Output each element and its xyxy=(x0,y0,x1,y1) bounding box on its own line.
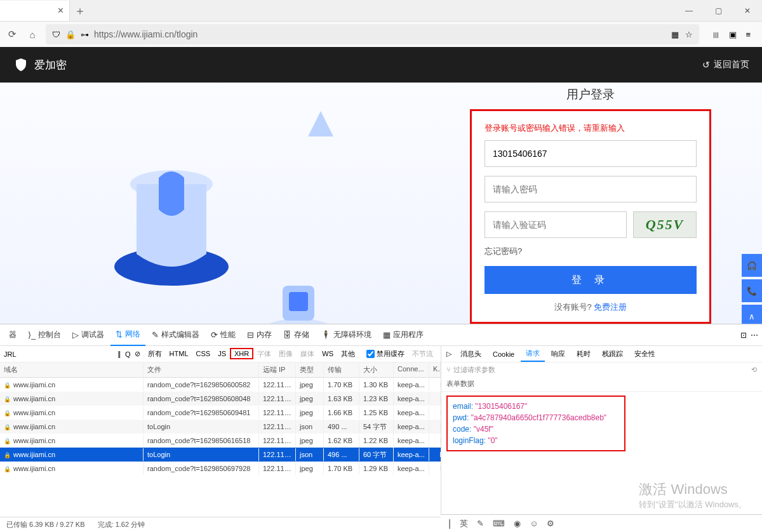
detail-tab-响应[interactable]: 响应 xyxy=(546,347,570,361)
column-header[interactable]: 大小 xyxy=(359,362,394,377)
network-request-row[interactable]: 🔒www.ijiami.cnrandom_code?t=162985061651… xyxy=(0,434,441,448)
return-home-label: 返回首页 xyxy=(714,59,749,70)
lock-icon: 🔒 xyxy=(65,30,76,39)
filter-chip-WS[interactable]: WS xyxy=(318,349,337,359)
column-header[interactable]: 传输 xyxy=(324,362,359,377)
library-icon[interactable]: ⫼ xyxy=(712,30,720,39)
detail-tab-安全性[interactable]: 安全性 xyxy=(629,347,660,361)
network-request-row[interactable]: 🔒www.ijiami.cntoLogin122.114...json490 .… xyxy=(0,420,441,434)
devtools-tab-性能[interactable]: ⟳性能 xyxy=(206,324,241,346)
password-input[interactable] xyxy=(485,176,697,203)
form-data-row: loginFlag: "0" xyxy=(453,435,619,446)
browser-tab[interactable]: ✕ xyxy=(0,1,70,21)
column-header[interactable]: 远端 IP xyxy=(259,362,296,377)
login-button[interactable]: 登 录 xyxy=(485,266,697,294)
qr-icon[interactable]: ▦ xyxy=(671,30,679,39)
column-header[interactable]: 域名 xyxy=(0,362,144,377)
param-filter-row: ⑂ 过滤请求参数 ⟲ xyxy=(441,362,762,376)
disable-cache-checkbox[interactable]: 禁用缓存 xyxy=(366,349,404,359)
filter-chip-所有[interactable]: 所有 xyxy=(144,349,166,359)
key-icon: ⊶ xyxy=(81,30,89,39)
page-content: 🎧 📞 ∧ 用户登录 登录账号或密码输入错误，请重新输入 Q55V 忘记密码? … xyxy=(0,83,762,324)
filter-chip-图像[interactable]: 图像 xyxy=(275,349,297,359)
devtools-tab-样式编辑器[interactable]: ✎样式编辑器 xyxy=(147,324,204,346)
filter-chip-字体[interactable]: 字体 xyxy=(253,349,275,359)
detail-tab-耗时[interactable]: 耗时 xyxy=(572,347,596,361)
devtools-more-icon[interactable]: ⋯ xyxy=(751,331,758,340)
ime-keyboard-icon[interactable]: ⌨ xyxy=(493,519,505,528)
phone-icon[interactable]: 📞 xyxy=(742,279,762,302)
username-input[interactable] xyxy=(485,140,697,167)
headers-toggle-icon[interactable]: ▷ xyxy=(444,350,454,358)
window-controls: — ▢ ✕ xyxy=(674,0,762,22)
filter-chip-JS[interactable]: JS xyxy=(214,349,230,359)
network-request-row[interactable]: 🔒www.ijiami.cntoLogin122.114...json496 .… xyxy=(0,448,441,462)
devtools-tab-器[interactable]: 器 xyxy=(4,324,22,346)
ime-emoji-icon[interactable]: ☺ xyxy=(530,519,538,528)
network-request-row[interactable]: 🔒www.ijiami.cnrandom_code?t=162985060058… xyxy=(0,378,441,392)
support-headset-icon[interactable]: 🎧 xyxy=(742,254,762,277)
devtools-tab-网络[interactable]: ⇅网络 xyxy=(110,324,145,346)
devtools-tab-存储[interactable]: 🗄存储 xyxy=(278,324,314,346)
network-request-row[interactable]: 🔒www.ijiami.cnrandom_code?t=162985060804… xyxy=(0,392,441,406)
filter-chip-CSS[interactable]: CSS xyxy=(192,349,215,359)
column-header[interactable]: Ke xyxy=(429,362,441,377)
column-header[interactable]: Conne... xyxy=(394,362,429,377)
devtools-tab-应用程序[interactable]: ▦应用程序 xyxy=(378,324,429,346)
pause-icon[interactable]: ‖ xyxy=(117,350,121,358)
ime-cursive-icon[interactable]: ✎ xyxy=(477,519,484,528)
forgot-password-link[interactable]: 忘记密码? xyxy=(485,246,697,257)
return-home-link[interactable]: ↺ 返回首页 xyxy=(702,59,749,70)
url-text: https://www.ijiami.cn/tlogin xyxy=(94,29,197,39)
network-request-row[interactable]: 🔒www.ijiami.cnrandom_code?t=162985060948… xyxy=(0,406,441,420)
devtools-panel: 器⟩_控制台▷调试器⇅网络✎样式编辑器⟳性能⊟内存🗄存储🕴无障碍环境▦应用程序⊡… xyxy=(0,324,762,532)
detail-tab-消息头[interactable]: 消息头 xyxy=(455,347,486,361)
close-window-button[interactable]: ✕ xyxy=(733,0,762,22)
detail-tab-栈跟踪[interactable]: 栈跟踪 xyxy=(597,347,628,361)
login-panel: 用户登录 登录账号或密码输入错误，请重新输入 Q55V 忘记密码? 登 录 没有… xyxy=(470,83,711,324)
address-bar[interactable]: 🛡 🔒 ⊶ https://www.ijiami.cn/tlogin ▦ ☆ xyxy=(46,24,699,44)
url-filter-input[interactable] xyxy=(4,350,42,358)
column-header[interactable]: 文件 xyxy=(144,362,259,377)
bookmark-icon[interactable]: ☆ xyxy=(685,30,693,39)
request-detail-tabs: ▷ 消息头Cookie请求响应耗时栈跟踪安全性 xyxy=(441,346,762,362)
ime-settings-icon[interactable]: ⚙ xyxy=(547,519,554,528)
reload-button[interactable]: ⟳ xyxy=(5,27,19,41)
column-header[interactable]: 类型 xyxy=(296,362,324,377)
detail-tab-请求[interactable]: 请求 xyxy=(521,346,545,362)
form-data-row: pwd: "a4c787940a6650cf1f777736acedb8eb" xyxy=(453,412,619,423)
filter-chip-HTML[interactable]: HTML xyxy=(166,349,192,359)
menu-icon[interactable]: ≡ xyxy=(745,30,751,39)
brand-logo[interactable]: 爱加密 xyxy=(13,57,67,73)
maximize-button[interactable]: ▢ xyxy=(704,0,733,22)
devtools-tab-控制台[interactable]: ⟩_控制台 xyxy=(23,324,66,346)
devtools-dock-icon[interactable]: ⊡ xyxy=(740,331,747,340)
request-details-panel: ▷ 消息头Cookie请求响应耗时栈跟踪安全性 ⑂ 过滤请求参数 ⟲ 表单数据 … xyxy=(441,346,762,532)
ime-mic-icon[interactable]: ◉ xyxy=(514,519,521,528)
throttle-select[interactable]: 不节流 xyxy=(408,348,437,360)
ime-toolbar: | 英 ✎ ⌨ ◉ ☺ ⚙ xyxy=(441,514,762,532)
new-tab-button[interactable]: ＋ xyxy=(70,3,90,18)
ime-lang[interactable]: 英 xyxy=(460,518,468,529)
home-button[interactable]: ⌂ xyxy=(25,27,39,41)
filter-chip-XHR[interactable]: XHR xyxy=(230,348,253,359)
network-request-panel: ‖ Q ⊘ 所有HTMLCSSJSXHR字体图像媒体WS其他 禁用缓存 不节流 … xyxy=(0,346,441,532)
captcha-image[interactable]: Q55V xyxy=(633,211,697,238)
filter-chip-其他[interactable]: 其他 xyxy=(337,349,359,359)
transferred-text: 已传输 6.39 KB / 9.27 KB xyxy=(6,520,85,529)
sync-icon[interactable]: ▣ xyxy=(729,30,737,39)
refresh-icon[interactable]: ⟲ xyxy=(751,366,757,374)
minimize-button[interactable]: — xyxy=(674,0,704,22)
register-link[interactable]: 免费注册 xyxy=(594,302,627,312)
block-icon[interactable]: ⊘ xyxy=(135,350,140,358)
devtools-tab-内存[interactable]: ⊟内存 xyxy=(242,324,277,346)
captcha-input[interactable] xyxy=(485,211,627,238)
close-tab-icon[interactable]: ✕ xyxy=(57,6,64,15)
filter-chip-媒体[interactable]: 媒体 xyxy=(297,349,318,359)
search-icon[interactable]: Q xyxy=(125,350,131,358)
devtools-tab-无障碍环境[interactable]: 🕴无障碍环境 xyxy=(316,324,377,346)
devtools-tab-调试器[interactable]: ▷调试器 xyxy=(67,324,109,346)
network-request-row[interactable]: 🔒www.ijiami.cnrandom_code?t=162985069792… xyxy=(0,462,441,475)
detail-tab-Cookie[interactable]: Cookie xyxy=(488,348,519,361)
brand-text: 爱加密 xyxy=(34,58,67,72)
